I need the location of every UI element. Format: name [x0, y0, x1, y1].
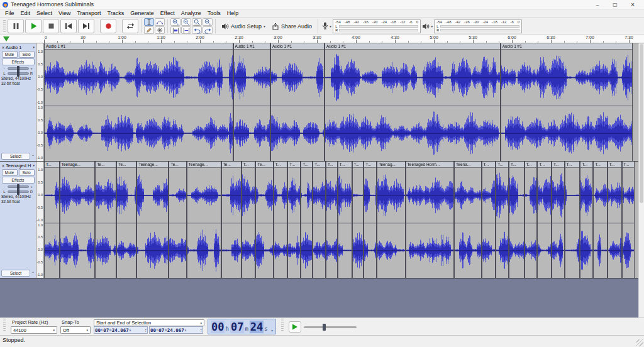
clip-header[interactable]: Te...	[117, 162, 136, 168]
pan-slider[interactable]	[8, 190, 29, 193]
vertical-scale-ruler[interactable]: 1.00.50.0-0.5-1.01.00.50.0-0.5-1.0	[36, 43, 44, 161]
audio-setup-button[interactable]: Audio Setup ▾	[218, 21, 269, 31]
audio-clip[interactable]: T...	[44, 162, 60, 278]
audio-clip[interactable]: T...	[338, 162, 352, 278]
clip-header[interactable]: T...	[364, 162, 376, 168]
effects-button[interactable]: Effects	[2, 58, 35, 65]
select-button[interactable]: Select	[1, 153, 30, 160]
audio-clip[interactable]: T...	[482, 162, 496, 278]
audio-clip[interactable]: T...	[287, 162, 301, 278]
redo-button[interactable]	[203, 26, 213, 34]
mute-button[interactable]: Mute	[2, 51, 18, 58]
track-close-button[interactable]: ✕	[1, 163, 6, 168]
snap-to-select[interactable]: Off ▾	[60, 326, 91, 334]
recording-meter[interactable]: ▾ -54-48-42-36-30-24-18-12-60 LR	[322, 19, 421, 33]
audio-clip[interactable]: Audio 1 #1	[270, 43, 325, 161]
audio-clip[interactable]: T...	[525, 162, 538, 278]
resize-grip[interactable]	[636, 339, 643, 346]
zoom-out-button[interactable]	[181, 18, 191, 26]
clip-header[interactable]: Te...	[256, 162, 272, 168]
toolbar-grip[interactable]	[3, 20, 6, 33]
transport-record-button[interactable]	[100, 19, 116, 33]
scrollbar-thumb[interactable]	[640, 44, 643, 203]
clip-header[interactable]: T...	[552, 162, 564, 168]
audio-clip[interactable]: Audio 1 #1	[501, 43, 633, 161]
clip-header[interactable]: T...	[274, 162, 287, 168]
pan-slider-thumb[interactable]	[17, 189, 19, 195]
clip-header[interactable]: T...	[509, 162, 524, 168]
tool-draw-button[interactable]	[144, 26, 154, 34]
audio-clip[interactable]: Teenage...	[136, 162, 169, 278]
select-button[interactable]: Select	[1, 270, 30, 277]
audio-clip[interactable]: Te...	[255, 162, 273, 278]
audio-clip[interactable]: T...	[242, 162, 256, 278]
play-speed-thumb[interactable]	[323, 324, 326, 331]
waveform-area[interactable]: T...Teenage...Te...Te...Teenage...Te...T…	[44, 162, 638, 278]
vertical-scrollbar[interactable]	[638, 43, 644, 317]
menu-effect[interactable]: Effect	[157, 10, 178, 16]
transport-loop-button[interactable]	[122, 19, 138, 33]
audio-clip[interactable]: Te...	[116, 162, 136, 278]
transport-pause-button[interactable]	[8, 19, 24, 33]
clip-header[interactable]: Audio 1 #1	[325, 43, 500, 50]
tool-multi-button[interactable]	[155, 26, 165, 34]
audio-clip[interactable]: T...	[326, 162, 338, 278]
transport-stop-button[interactable]	[43, 19, 59, 33]
menu-tools[interactable]: Tools	[204, 10, 224, 16]
undo-button[interactable]	[192, 26, 202, 34]
vertical-scale-ruler[interactable]: 1.00.50.0-0.5-1.01.00.50.0-0.5-1.0	[36, 162, 44, 278]
collapse-icon[interactable]: ⌃	[31, 154, 35, 158]
audio-clip[interactable]: Teenag...	[377, 162, 405, 278]
zoom-selection-button[interactable]	[192, 18, 202, 26]
audio-clip[interactable]: T...	[274, 162, 288, 278]
tool-envelope-button[interactable]	[155, 18, 165, 26]
clip-header[interactable]: Audio 1 #1	[45, 43, 233, 50]
audio-clip[interactable]: Audio 1 #1	[233, 43, 271, 161]
clip-header[interactable]: Te...	[222, 162, 241, 168]
audio-clip[interactable]: T...	[537, 162, 552, 278]
sel-start-time[interactable]: 00h07m24.067s▴▾	[94, 326, 148, 334]
clip-header[interactable]: Teena...	[455, 162, 480, 168]
clip-header[interactable]: T...	[326, 162, 337, 168]
time-spinner[interactable]: ▴▾	[201, 328, 202, 333]
clip-header[interactable]: Teenage...	[137, 162, 168, 168]
solo-button[interactable]: Solo	[19, 169, 35, 176]
mute-button[interactable]: Mute	[2, 169, 18, 176]
playback-meter-display[interactable]: -54-48-42-36-30-24-18-12-60 LR	[434, 19, 522, 33]
share-audio-button[interactable]: Share Audio	[269, 21, 315, 31]
silence-audio-button[interactable]	[181, 26, 191, 34]
audio-clip[interactable]: T...	[313, 162, 326, 278]
track-close-button[interactable]: ✕	[1, 45, 6, 50]
transport-skip-start-button[interactable]	[60, 19, 77, 33]
clip-header[interactable]: T...	[482, 162, 496, 168]
audio-clip[interactable]: T...	[364, 162, 377, 278]
audio-clip[interactable]: Teenage...	[187, 162, 221, 278]
audio-clip[interactable]: T...	[565, 162, 580, 278]
audio-clip[interactable]: T...	[552, 162, 565, 278]
zoom-in-button[interactable]	[170, 18, 180, 26]
selection-mode-select[interactable]: Start and End of Selection ▾	[94, 319, 204, 326]
tool-selection-button[interactable]	[144, 18, 154, 26]
audio-clip[interactable]: T...	[608, 162, 622, 278]
clip-header[interactable]: Te...	[96, 162, 116, 168]
clip-header[interactable]: T...	[338, 162, 352, 168]
audio-clip[interactable]: T...	[496, 162, 509, 278]
clip-header[interactable]: T...	[623, 162, 635, 168]
audio-clip[interactable]: T...	[301, 162, 313, 278]
audio-clip[interactable]: Audio 1 #1	[44, 43, 233, 161]
clip-header[interactable]: Audio 1 #1	[501, 43, 633, 50]
waveform-area[interactable]: Audio 1 #1Audio 1 #1Audio 1 #1Audio 1 #1…	[44, 43, 638, 161]
trim-audio-button[interactable]	[170, 26, 180, 34]
effects-button[interactable]: Effects	[2, 177, 35, 184]
play-at-speed-button[interactable]	[289, 321, 301, 333]
clip-header[interactable]: Teenage...	[60, 162, 95, 168]
clip-header[interactable]: T...	[353, 162, 364, 168]
clip-header[interactable]: T...	[288, 162, 300, 168]
zoom-toggle-button[interactable]	[203, 18, 213, 26]
toolbar-grip[interactable]	[281, 319, 284, 331]
track-menu-icon[interactable]: ▾	[33, 163, 35, 167]
playback-meter[interactable]: ▾ -54-48-42-36-30-24-18-12-60 LR	[422, 19, 522, 33]
clip-header[interactable]: T...	[496, 162, 508, 168]
audio-clip[interactable]: Teenage...	[60, 162, 96, 278]
toolbar-grip[interactable]	[3, 319, 6, 331]
